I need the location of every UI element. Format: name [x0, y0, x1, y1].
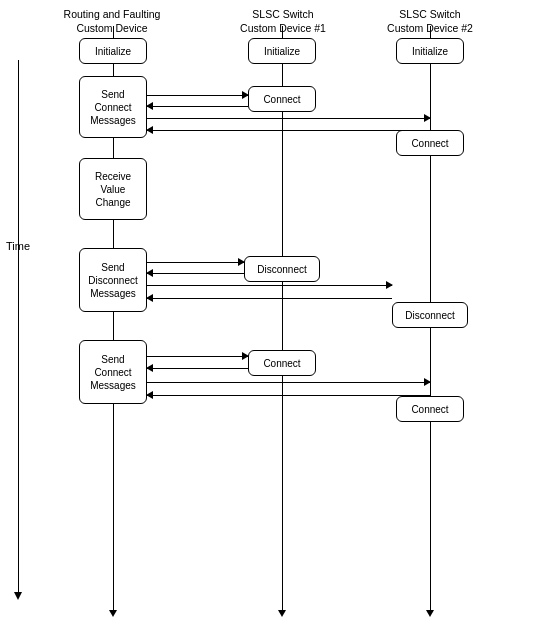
connect-box-4: Connect [396, 396, 464, 422]
arrow-5 [147, 262, 244, 263]
initialize-box-3: Initialize [396, 38, 464, 64]
lifeline-2 [282, 26, 283, 602]
lifeline-arrow-2 [282, 594, 283, 610]
arrow-1 [147, 95, 248, 96]
col-header-2: SLSC Switch Custom Device #1 [233, 8, 333, 35]
disconnect-box-1: Disconnect [244, 256, 320, 282]
send-disconnect-messages-box: Send Disconnect Messages [79, 248, 147, 312]
arrow-9 [147, 356, 248, 357]
connect-box-2: Connect [396, 130, 464, 156]
initialize-box-2: Initialize [248, 38, 316, 64]
col-header-1: Routing and Faulting Custom Device [62, 8, 162, 35]
initialize-box-1: Initialize [79, 38, 147, 64]
arrow-6 [147, 273, 244, 274]
arrow-12 [147, 395, 430, 396]
time-axis [18, 60, 19, 592]
connect-box-3: Connect [248, 350, 316, 376]
arrow-7 [147, 285, 392, 286]
disconnect-box-2: Disconnect [392, 302, 468, 328]
arrow-8 [147, 298, 392, 299]
send-connect-messages-1: Send Connect Messages [79, 76, 147, 138]
send-connect-messages-2: Send Connect Messages [79, 340, 147, 404]
receive-value-change-box: Receive Value Change [79, 158, 147, 220]
arrow-11 [147, 382, 430, 383]
arrow-3 [147, 118, 430, 119]
arrow-4 [147, 130, 430, 131]
lifeline-arrow-3 [430, 594, 431, 610]
connect-box-1: Connect [248, 86, 316, 112]
lifeline-arrow-1 [113, 594, 114, 610]
arrow-2 [147, 106, 248, 107]
arrow-10 [147, 368, 248, 369]
time-label: Time [6, 240, 30, 252]
sequence-diagram: Time Routing and Faulting Custom Device … [0, 0, 537, 622]
